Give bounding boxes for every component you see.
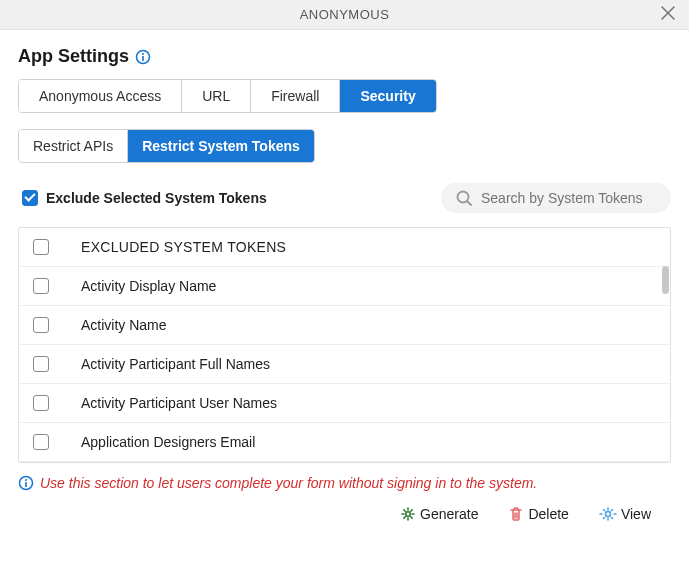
row-checkbox[interactable] bbox=[33, 278, 49, 294]
main-tabs: Anonymous Access URL Firewall Security bbox=[18, 79, 437, 113]
tab-url[interactable]: URL bbox=[182, 80, 251, 112]
table-row: Application Designers Email bbox=[19, 423, 670, 462]
generate-label: Generate bbox=[420, 506, 478, 522]
subtab-restrict-apis[interactable]: Restrict APIs bbox=[19, 130, 128, 162]
table-header-row: EXCLUDED SYSTEM TOKENS bbox=[19, 228, 670, 267]
view-icon bbox=[599, 506, 617, 522]
info-icon bbox=[18, 475, 34, 491]
svg-point-3 bbox=[458, 192, 469, 203]
trash-icon bbox=[508, 506, 524, 522]
page-title: App Settings bbox=[18, 46, 129, 67]
search-icon bbox=[455, 189, 473, 207]
view-label: View bbox=[621, 506, 651, 522]
section-title-row: App Settings bbox=[18, 46, 671, 67]
svg-rect-2 bbox=[142, 56, 144, 61]
close-icon bbox=[661, 6, 675, 20]
svg-point-1 bbox=[142, 53, 144, 55]
table-header-label: EXCLUDED SYSTEM TOKENS bbox=[69, 239, 660, 255]
modal-header: ANONYMOUS bbox=[0, 0, 689, 30]
row-label: Application Designers Email bbox=[69, 434, 660, 450]
delete-button[interactable]: Delete bbox=[502, 505, 574, 523]
row-checkbox[interactable] bbox=[33, 434, 49, 450]
row-label: Activity Name bbox=[69, 317, 660, 333]
token-table: EXCLUDED SYSTEM TOKENS Activity Display … bbox=[18, 227, 671, 463]
info-line: Use this section to let users complete y… bbox=[18, 475, 671, 491]
scrollbar-thumb[interactable] bbox=[662, 266, 669, 294]
table-row: Activity Display Name bbox=[19, 267, 670, 306]
modal-content: App Settings Anonymous Access URL Firewa… bbox=[0, 30, 689, 523]
tab-anonymous-access[interactable]: Anonymous Access bbox=[19, 80, 182, 112]
tab-security[interactable]: Security bbox=[340, 80, 435, 112]
info-text: Use this section to let users complete y… bbox=[40, 475, 537, 491]
subtab-restrict-system-tokens[interactable]: Restrict System Tokens bbox=[128, 130, 314, 162]
view-button[interactable]: View bbox=[593, 505, 657, 523]
search-input[interactable] bbox=[479, 189, 657, 207]
close-button[interactable] bbox=[655, 4, 681, 25]
info-icon[interactable] bbox=[135, 49, 151, 65]
filter-row: Exclude Selected System Tokens bbox=[18, 183, 671, 213]
svg-line-4 bbox=[468, 202, 472, 206]
svg-point-9 bbox=[605, 512, 610, 517]
row-label: Activity Display Name bbox=[69, 278, 660, 294]
exclude-checkbox-label[interactable]: Exclude Selected System Tokens bbox=[18, 187, 267, 209]
generate-button[interactable]: Generate bbox=[394, 505, 484, 523]
sub-tabs: Restrict APIs Restrict System Tokens bbox=[18, 129, 315, 163]
svg-point-6 bbox=[25, 479, 27, 481]
table-row: Activity Participant Full Names bbox=[19, 345, 670, 384]
gear-icon bbox=[400, 506, 416, 522]
modal-title: ANONYMOUS bbox=[300, 7, 390, 22]
exclude-checkbox[interactable] bbox=[22, 190, 38, 206]
tab-firewall[interactable]: Firewall bbox=[251, 80, 340, 112]
svg-point-8 bbox=[406, 512, 411, 517]
svg-rect-7 bbox=[25, 482, 27, 487]
table-row: Activity Name bbox=[19, 306, 670, 345]
row-checkbox[interactable] bbox=[33, 395, 49, 411]
modal-root: ANONYMOUS App Settings Anonymous Access … bbox=[0, 0, 689, 570]
row-checkbox[interactable] bbox=[33, 356, 49, 372]
select-all-checkbox[interactable] bbox=[33, 239, 49, 255]
row-checkbox[interactable] bbox=[33, 317, 49, 333]
delete-label: Delete bbox=[528, 506, 568, 522]
search-wrap[interactable] bbox=[441, 183, 671, 213]
actions-bar: Generate Delete View bbox=[18, 505, 671, 523]
exclude-label-text: Exclude Selected System Tokens bbox=[46, 190, 267, 206]
table-row: Activity Participant User Names bbox=[19, 384, 670, 423]
row-label: Activity Participant Full Names bbox=[69, 356, 660, 372]
row-label: Activity Participant User Names bbox=[69, 395, 660, 411]
